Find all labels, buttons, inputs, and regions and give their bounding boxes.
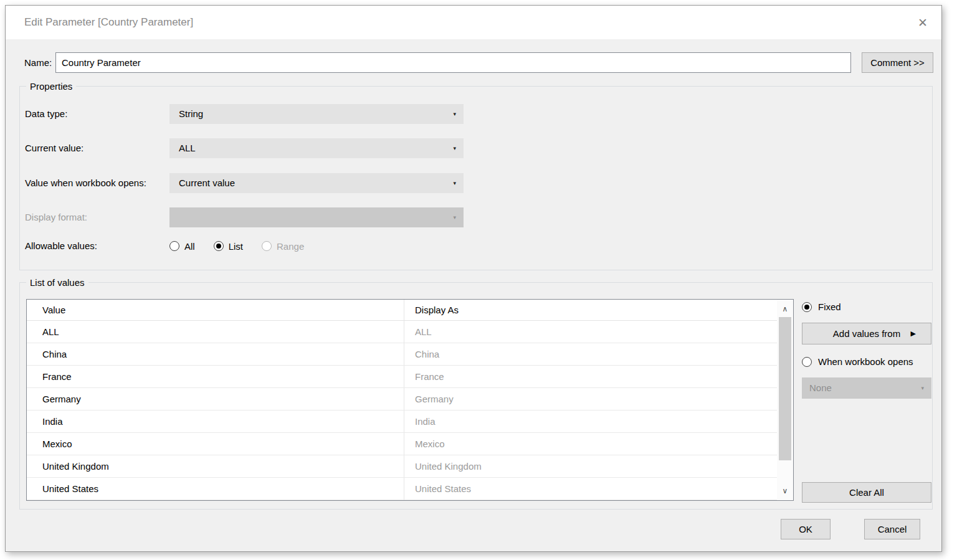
allowable-values-option-all[interactable]: All (169, 241, 195, 252)
current-value-row: Current value: ALL ▾ (20, 138, 932, 158)
cell-value: ALL (42, 321, 59, 343)
chevron-down-icon: ▾ (921, 377, 924, 399)
cell-display-as: India (415, 411, 436, 432)
column-header-value: Value (42, 300, 65, 321)
table-row[interactable]: China China (27, 343, 793, 366)
name-label: Name: (24, 52, 52, 73)
table-row[interactable]: United Kingdom United Kingdom (27, 455, 793, 478)
column-header-display-as: Display As (415, 300, 459, 321)
value-when-workbook-opens-row: Value when workbook opens: Current value… (20, 173, 932, 193)
value-when-workbook-opens-label: Value when workbook opens: (25, 173, 146, 193)
chevron-down-icon: ▾ (453, 138, 456, 158)
vertical-scrollbar[interactable]: ∧ ∨ (777, 300, 793, 500)
table-row[interactable]: Germany Germany (27, 388, 793, 411)
name-input[interactable] (55, 52, 851, 73)
cell-value: Mexico (42, 433, 72, 455)
table-row[interactable]: ALL ALL (27, 321, 793, 343)
data-type-dropdown[interactable]: String ▾ (169, 104, 464, 124)
edit-parameter-dialog: Edit Parameter [Country Parameter] ✕ Nam… (5, 5, 942, 552)
data-type-value: String (179, 108, 203, 119)
cell-display-as: France (415, 366, 444, 387)
cell-display-as: ALL (415, 321, 432, 343)
cell-display-as: China (415, 343, 439, 365)
display-format-row: Display format: ▾ (20, 207, 932, 227)
table-row[interactable]: Mexico Mexico (27, 433, 793, 455)
cell-value: India (42, 411, 63, 432)
table-row[interactable]: India India (27, 411, 793, 433)
properties-group: Properties Data type: String ▾ Current v… (19, 86, 933, 270)
table-row[interactable]: United States United States (27, 478, 793, 500)
allowable-values-label: Allowable values: (25, 239, 97, 253)
values-table: Value Display As ALL ALL China China Fra… (26, 299, 794, 501)
radio-icon (169, 241, 179, 251)
cell-display-as: Germany (415, 388, 454, 410)
flyout-arrow-icon: ▶ (911, 323, 916, 344)
add-values-from-button[interactable]: Add values from ▶ (802, 323, 931, 344)
radio-selected-icon (802, 302, 812, 312)
scroll-down-icon[interactable]: ∨ (777, 483, 793, 499)
add-values-from-label: Add values from (833, 328, 900, 339)
cell-display-as: United Kingdom (415, 455, 482, 477)
properties-legend: Properties (26, 80, 76, 92)
workbook-open-value: None (809, 382, 832, 393)
close-icon[interactable]: ✕ (914, 14, 931, 32)
cell-value: France (42, 366, 72, 387)
cell-value: Germany (42, 388, 81, 410)
radio-selected-icon (214, 241, 224, 251)
allowable-values-option-list[interactable]: List (214, 241, 243, 252)
chevron-down-icon: ▾ (453, 207, 456, 227)
data-type-label: Data type: (25, 104, 67, 124)
cell-value: United Kingdom (42, 455, 109, 477)
display-format-label: Display format: (25, 207, 87, 227)
radio-label: List (229, 241, 243, 252)
allowable-values-radio-group: All List Range (169, 239, 304, 253)
radio-icon (802, 357, 812, 367)
cancel-button[interactable]: Cancel (864, 519, 920, 539)
current-value-label: Current value: (25, 138, 83, 158)
display-format-dropdown: ▾ (169, 207, 464, 227)
scrollbar-thumb[interactable] (779, 317, 791, 460)
comment-button[interactable]: Comment >> (862, 52, 933, 73)
cell-value: United States (42, 478, 98, 500)
list-of-values-group: List of values Value Display As ALL ALL … (19, 282, 933, 510)
when-workbook-opens-radio-option[interactable]: When workbook opens (802, 356, 913, 367)
cell-value: China (42, 343, 67, 365)
allowable-values-option-range: Range (262, 241, 304, 252)
cell-display-as: United States (415, 478, 471, 500)
values-table-header: Value Display As (27, 300, 793, 321)
scroll-up-icon[interactable]: ∧ (777, 301, 793, 317)
cell-display-as: Mexico (415, 433, 445, 455)
dialog-titlebar: Edit Parameter [Country Parameter] ✕ (6, 6, 941, 39)
current-value-value: ALL (179, 143, 196, 153)
fixed-radio-label: Fixed (818, 301, 841, 312)
clear-all-button[interactable]: Clear All (802, 482, 931, 503)
chevron-down-icon: ▾ (453, 104, 456, 124)
fixed-radio-option[interactable]: Fixed (802, 301, 841, 312)
workbook-open-value-dropdown: None ▾ (802, 377, 931, 399)
ok-button[interactable]: OK (781, 519, 831, 539)
data-type-row: Data type: String ▾ (20, 104, 932, 124)
table-row[interactable]: France France (27, 366, 793, 388)
radio-disabled-icon (262, 241, 272, 251)
radio-label: All (184, 241, 195, 252)
dialog-title: Edit Parameter [Country Parameter] (24, 6, 193, 39)
list-of-values-legend: List of values (26, 277, 88, 288)
radio-label: Range (277, 241, 304, 252)
value-when-workbook-opens-dropdown[interactable]: Current value ▾ (169, 173, 464, 193)
chevron-down-icon: ▾ (453, 173, 456, 193)
current-value-dropdown[interactable]: ALL ▾ (169, 138, 464, 158)
value-when-workbook-opens-value: Current value (179, 178, 235, 188)
when-workbook-opens-radio-label: When workbook opens (818, 356, 913, 367)
